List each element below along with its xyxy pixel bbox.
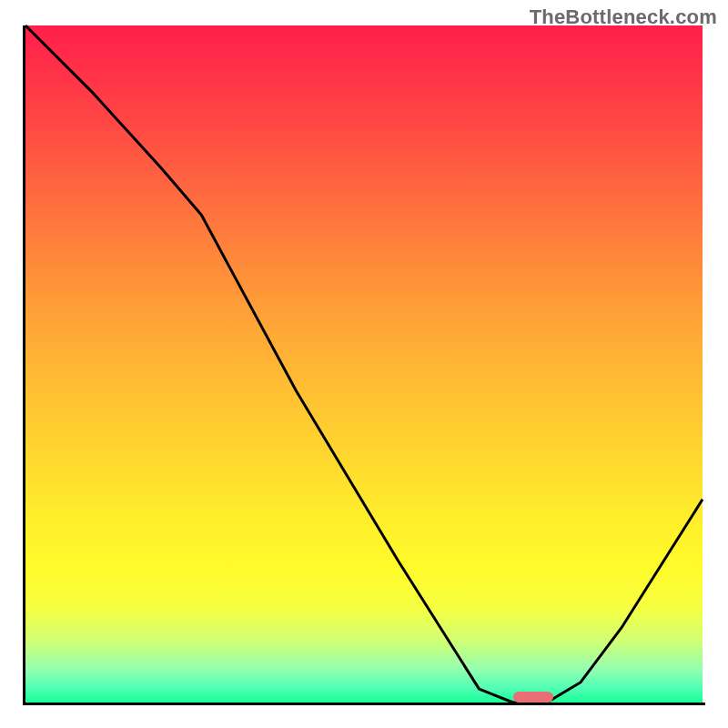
chart-stage: TheBottleneck.com (0, 0, 728, 728)
x-axis (23, 703, 705, 705)
watermark-text: TheBottleneck.com (530, 5, 717, 29)
y-axis (23, 25, 25, 705)
plot-area (25, 25, 703, 703)
curve-path (25, 25, 703, 703)
bottleneck-curve (25, 25, 703, 703)
optimal-marker (513, 692, 554, 703)
